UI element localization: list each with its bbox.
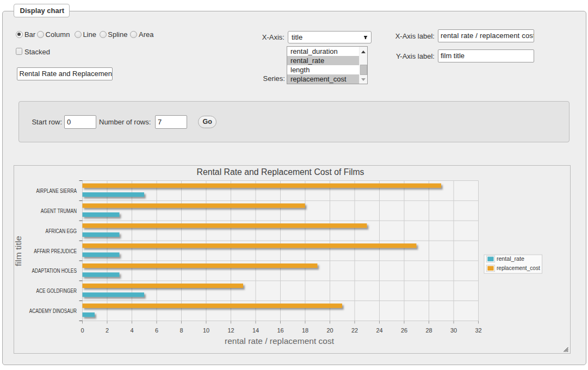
svg-text:AFFAIR PREJUDICE: AFFAIR PREJUDICE (34, 248, 77, 254)
svg-text:rental_rate: rental_rate (496, 255, 524, 262)
svg-text:6: 6 (154, 327, 158, 334)
svg-text:ACADEMY DINOSAUR: ACADEMY DINOSAUR (29, 308, 76, 314)
svg-text:4: 4 (130, 327, 133, 334)
svg-text:12: 12 (227, 327, 234, 334)
svg-text:film title: film title (14, 236, 23, 266)
svg-text:28: 28 (425, 327, 432, 334)
svg-text:Rental Rate and Replacement Co: Rental Rate and Replacement Cost of Film… (196, 167, 364, 177)
svg-text:ADAPTATION HOLES: ADAPTATION HOLES (32, 268, 77, 274)
svg-text:AFRICAN EGG: AFRICAN EGG (45, 228, 77, 234)
svg-text:22: 22 (351, 327, 357, 334)
svg-text:replacement_cost: replacement_cost (496, 265, 540, 271)
svg-text:14: 14 (252, 327, 258, 334)
svg-text:rental rate / replacement cost: rental rate / replacement cost (225, 336, 335, 346)
svg-text:32: 32 (475, 327, 481, 334)
svg-text:24: 24 (376, 327, 382, 334)
svg-text:8: 8 (180, 327, 183, 334)
svg-text:2: 2 (105, 327, 108, 334)
svg-text:AIRPLANE SIERRA: AIRPLANE SIERRA (36, 188, 77, 194)
svg-text:0: 0 (81, 327, 84, 334)
svg-text:20: 20 (326, 327, 333, 334)
svg-text:AGENT TRUMAN: AGENT TRUMAN (40, 208, 76, 214)
svg-text:16: 16 (277, 327, 283, 334)
svg-text:18: 18 (301, 327, 308, 334)
svg-text:10: 10 (202, 327, 209, 334)
svg-text:30: 30 (450, 327, 456, 334)
svg-text:26: 26 (400, 327, 407, 334)
svg-text:ACE GOLDFINGER: ACE GOLDFINGER (36, 288, 77, 294)
